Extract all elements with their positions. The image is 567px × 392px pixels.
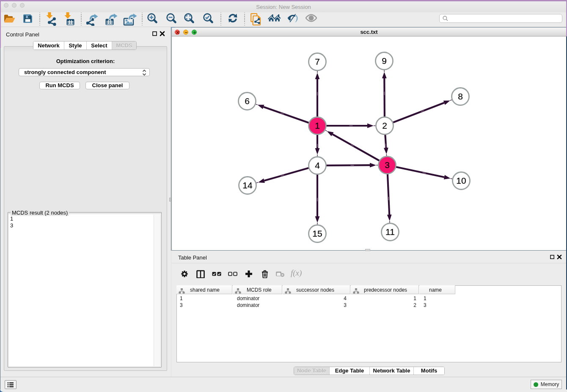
svg-text:4: 4 (315, 160, 320, 170)
svg-text:2: 2 (382, 121, 387, 130)
svg-text:15: 15 (312, 229, 322, 238)
svg-text:1: 1 (315, 121, 320, 130)
svg-text:6: 6 (245, 96, 250, 106)
svg-text:8: 8 (458, 91, 463, 101)
svg-text:3: 3 (385, 160, 390, 170)
svg-text:7: 7 (315, 57, 320, 66)
svg-text:10: 10 (456, 176, 466, 185)
svg-text:9: 9 (382, 56, 387, 66)
svg-text:14: 14 (242, 180, 253, 190)
svg-text:11: 11 (385, 227, 395, 237)
